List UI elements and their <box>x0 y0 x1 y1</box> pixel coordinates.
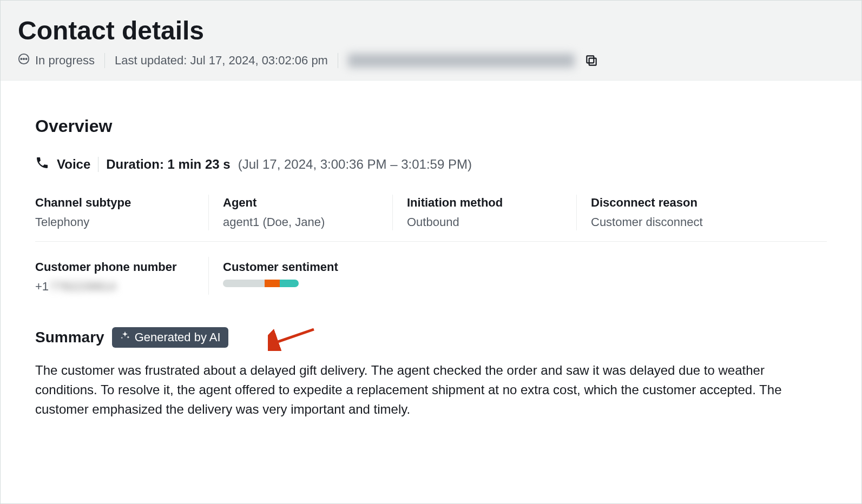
annotation-arrow <box>268 324 317 353</box>
sentiment-bar <box>223 280 299 287</box>
duration-label: Duration: 1 min 23 s <box>106 157 230 172</box>
field-channel-subtype: Channel subtype Telephony <box>35 195 208 230</box>
in-progress-icon <box>18 53 30 68</box>
last-updated: Last updated: Jul 17, 2024, 03:02:06 pm <box>115 54 328 68</box>
sentiment-segment-neutral <box>223 280 265 287</box>
page-header: Contact details In progress Last updated… <box>1 1 861 81</box>
svg-rect-5 <box>587 56 594 63</box>
svg-rect-4 <box>589 58 596 65</box>
overview-card: Overview Voice Duration: 1 min 23 s (Jul… <box>14 100 848 441</box>
phone-icon <box>35 156 49 173</box>
phone-redacted: 7782239814 <box>50 280 116 294</box>
divider <box>338 53 338 68</box>
svg-point-2 <box>23 58 24 59</box>
overview-title: Overview <box>35 116 827 136</box>
svg-line-6 <box>273 329 314 343</box>
divider <box>98 157 98 172</box>
svg-point-3 <box>25 58 27 59</box>
details-row-2: Customer phone number +17782239814 Custo… <box>35 257 827 295</box>
sentiment-segment-positive <box>280 280 299 287</box>
channel-label: Voice <box>57 157 90 172</box>
contact-id-redacted: a1f9b345-8e33-447b-a579-478035aaecaf <box>348 54 575 68</box>
ai-generated-badge: Generated by AI <box>112 327 228 348</box>
copy-button[interactable] <box>584 54 598 68</box>
sparkle-icon <box>120 330 130 344</box>
field-initiation-method: Initiation method Outbound <box>392 195 576 230</box>
svg-point-1 <box>21 58 22 59</box>
field-customer-sentiment: Customer sentiment <box>208 257 827 295</box>
details-row-1: Channel subtype Telephony Agent agent1 (… <box>35 195 827 242</box>
duration-range: (Jul 17, 2024, 3:00:36 PM – 3:01:59 PM) <box>238 157 472 172</box>
page-title: Contact details <box>18 16 844 45</box>
status-text: In progress <box>35 54 95 68</box>
meta-row: In progress Last updated: Jul 17, 2024, … <box>18 53 844 68</box>
status-badge: In progress <box>18 53 95 68</box>
divider <box>104 53 105 68</box>
summary-title: Summary <box>35 329 104 346</box>
field-agent: Agent agent1 (Doe, Jane) <box>208 195 392 230</box>
sentiment-segment-negative <box>265 280 280 287</box>
field-customer-phone: Customer phone number +17782239814 <box>35 257 208 295</box>
channel-line: Voice Duration: 1 min 23 s (Jul 17, 2024… <box>35 156 827 173</box>
summary-header: Summary Generated by AI <box>35 327 827 348</box>
summary-body: The customer was frustrated about a dela… <box>35 361 827 419</box>
field-disconnect-reason: Disconnect reason Customer disconnect <box>576 195 827 230</box>
